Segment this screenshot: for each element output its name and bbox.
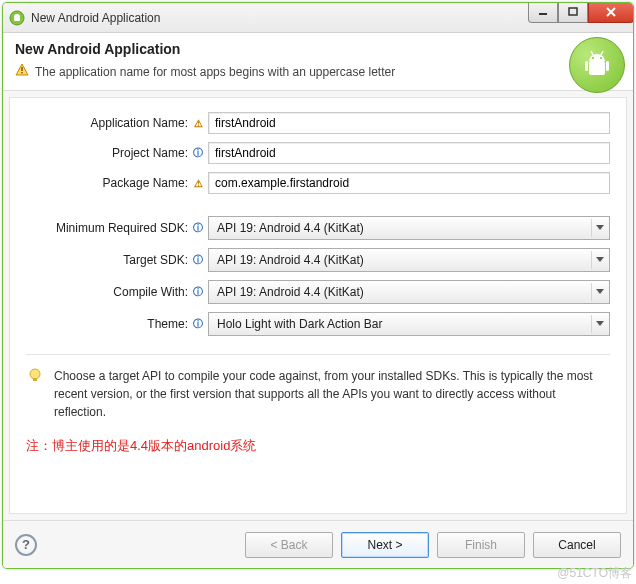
min-sdk-label: Minimum Required SDK: (26, 221, 188, 235)
field-info-icon: ⓘ (192, 254, 204, 266)
chevron-down-icon (591, 283, 607, 301)
title-bar[interactable]: New Android Application (3, 3, 633, 33)
compile-with-label: Compile With: (26, 285, 188, 299)
svg-point-11 (592, 57, 594, 59)
project-name-input[interactable] (208, 142, 610, 164)
field-info-icon: ⓘ (192, 286, 204, 298)
finish-button[interactable]: Finish (437, 532, 525, 558)
svg-rect-1 (14, 17, 20, 21)
watermark-text: @51CTO博客 (557, 565, 632, 582)
field-warn-icon: ⚠ (192, 117, 204, 129)
svg-rect-10 (606, 61, 609, 71)
form: Application Name: ⚠ Project Name: ⓘ Pack… (26, 112, 610, 336)
tip-panel: Choose a target API to compile your code… (26, 354, 610, 421)
project-name-label: Project Name: (26, 146, 188, 160)
svg-rect-9 (585, 61, 588, 71)
minimize-button[interactable] (528, 3, 558, 23)
svg-rect-14 (33, 378, 37, 381)
field-info-icon: ⓘ (192, 147, 204, 159)
window-controls (528, 3, 634, 23)
dialog-window: New Android Application New Android Appl… (2, 2, 634, 569)
annotation-note: 注：博主使用的是4.4版本的android系统 (26, 437, 610, 455)
compile-with-value: API 19: Android 4.4 (KitKat) (217, 285, 364, 299)
package-name-input[interactable] (208, 172, 610, 194)
app-icon (9, 10, 25, 26)
compile-with-select[interactable]: API 19: Android 4.4 (KitKat) (208, 280, 610, 304)
chevron-down-icon (591, 219, 607, 237)
back-button[interactable]: < Back (245, 532, 333, 558)
target-sdk-select[interactable]: API 19: Android 4.4 (KitKat) (208, 248, 610, 272)
target-sdk-label: Target SDK: (26, 253, 188, 267)
header-warning-text: The application name for most apps begin… (35, 65, 395, 79)
dialog-content: Application Name: ⚠ Project Name: ⓘ Pack… (9, 97, 627, 514)
target-sdk-value: API 19: Android 4.4 (KitKat) (217, 253, 364, 267)
svg-rect-3 (569, 8, 577, 15)
svg-rect-6 (589, 61, 605, 75)
android-logo-icon (569, 37, 625, 93)
chevron-down-icon (591, 315, 607, 333)
svg-point-13 (30, 369, 40, 379)
tip-text: Choose a target API to compile your code… (54, 367, 610, 421)
min-sdk-value: API 19: Android 4.4 (KitKat) (217, 221, 364, 235)
dialog-header: New Android Application The application … (3, 33, 633, 91)
field-info-icon: ⓘ (192, 318, 204, 330)
svg-line-8 (601, 51, 603, 55)
svg-point-12 (600, 57, 602, 59)
app-name-input[interactable] (208, 112, 610, 134)
theme-select[interactable]: Holo Light with Dark Action Bar (208, 312, 610, 336)
lightbulb-icon (26, 367, 44, 421)
theme-label: Theme: (26, 317, 188, 331)
theme-value: Holo Light with Dark Action Bar (217, 317, 382, 331)
dialog-footer: ? < Back Next > Finish Cancel (3, 520, 633, 568)
field-warn-icon: ⚠ (192, 177, 204, 189)
field-info-icon: ⓘ (192, 222, 204, 234)
svg-rect-5 (21, 72, 22, 73)
svg-line-7 (591, 51, 593, 55)
window-title: New Android Application (31, 11, 160, 25)
chevron-down-icon (591, 251, 607, 269)
package-name-label: Package Name: (26, 176, 188, 190)
next-button[interactable]: Next > (341, 532, 429, 558)
svg-rect-4 (21, 67, 22, 71)
min-sdk-select[interactable]: API 19: Android 4.4 (KitKat) (208, 216, 610, 240)
page-title: New Android Application (15, 41, 621, 57)
close-button[interactable] (588, 3, 634, 23)
cancel-button[interactable]: Cancel (533, 532, 621, 558)
help-button[interactable]: ? (15, 534, 37, 556)
warning-icon (15, 63, 29, 80)
app-name-label: Application Name: (26, 116, 188, 130)
maximize-button[interactable] (558, 3, 588, 23)
